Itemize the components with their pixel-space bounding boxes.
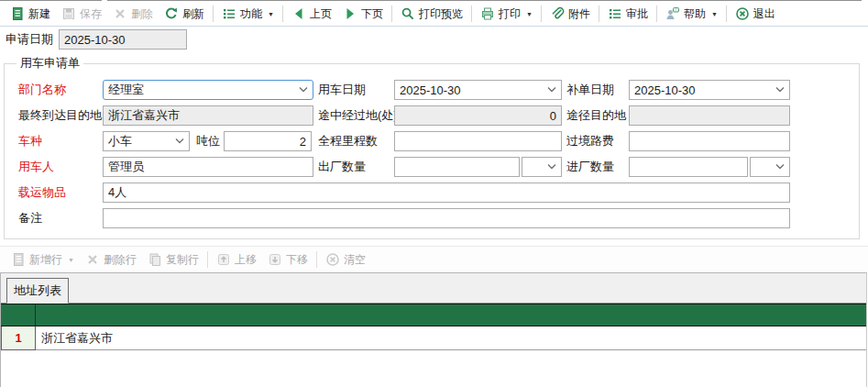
tonnage-input[interactable]	[224, 131, 312, 151]
table-row[interactable]: 1 浙江省嘉兴市	[1, 326, 866, 350]
address-cell[interactable]: 浙江省嘉兴市	[36, 326, 866, 350]
button-label: 上移	[235, 252, 257, 268]
combo-value: 经理室	[108, 82, 144, 98]
dropdown-caret-icon: ▼	[526, 11, 533, 17]
cargo-label: 载运物品	[15, 184, 103, 201]
vehicle-user-input[interactable]	[103, 157, 313, 177]
exit-circle-x-icon	[735, 6, 750, 21]
places-passed-label: 途中经过地(处)	[313, 107, 394, 124]
button-label: 刷新	[182, 6, 204, 22]
combo-value: 2025-10-30	[400, 83, 461, 97]
via-destination-input[interactable]	[629, 105, 790, 126]
next-page-button[interactable]: 下页	[337, 4, 389, 25]
refresh-icon	[164, 6, 179, 21]
button-label: 退出	[753, 6, 775, 22]
cargo-input[interactable]	[103, 182, 790, 203]
in-quantity-label: 进厂数量	[562, 159, 629, 175]
button-label: 复制行	[166, 252, 199, 268]
form-row: 用车人 出厂数量 进厂数量	[15, 157, 859, 177]
refresh-button[interactable]: 刷新	[159, 4, 210, 25]
paperclip-icon	[550, 6, 565, 21]
in-quantity-input[interactable]	[629, 157, 748, 177]
grid-header-row	[1, 304, 866, 326]
move-down-button[interactable]: 下移	[262, 249, 313, 271]
button-label: 新增行	[29, 252, 62, 268]
delete-x-icon	[85, 252, 100, 267]
total-mileage-input[interactable]	[394, 131, 562, 151]
toolbar-separator	[599, 6, 599, 22]
grid-header-rownum	[1, 304, 36, 326]
button-label: 下移	[286, 252, 308, 268]
vehicle-type-combobox[interactable]: 小车	[103, 131, 190, 151]
copy-icon	[148, 252, 162, 267]
approval-button[interactable]: 审批	[602, 4, 654, 25]
toolbar-separator	[656, 6, 657, 22]
chevron-down-icon	[546, 86, 557, 94]
prev-page-button[interactable]: 上页	[286, 4, 337, 25]
button-label: 帮助	[684, 6, 706, 22]
places-passed-input[interactable]	[394, 105, 562, 126]
chevron-down-icon	[298, 86, 309, 94]
out-quantity-combobox[interactable]	[522, 157, 562, 177]
use-date-combobox[interactable]: 2025-10-30	[394, 80, 562, 100]
combo-value: 2025-10-30	[634, 83, 696, 97]
transit-toll-input[interactable]	[629, 131, 790, 151]
toolbar-separator	[391, 6, 392, 22]
print-button[interactable]: 打印 ▼	[475, 4, 538, 25]
print-preview-button[interactable]: 打印预览	[395, 4, 468, 25]
move-up-button[interactable]: 上移	[211, 249, 262, 271]
arrow-left-icon	[291, 6, 306, 21]
form-row: 最终到达目的地 途中经过地(处) 途径目的地	[15, 105, 859, 126]
arrow-down-icon	[268, 252, 282, 267]
attachment-button[interactable]: 附件	[544, 4, 596, 25]
chevron-down-icon	[546, 163, 557, 171]
delete-row-button[interactable]: 删除行	[80, 249, 142, 271]
out-quantity-label: 出厂数量	[313, 159, 394, 175]
button-label: 功能	[240, 6, 262, 22]
add-row-doc-icon	[11, 252, 26, 267]
arrow-right-icon	[343, 6, 357, 21]
tab-address-list[interactable]: 地址列表	[6, 278, 69, 304]
save-button[interactable]: 保存	[56, 4, 107, 25]
department-label: 部门名称	[15, 82, 103, 98]
button-label: 打印	[499, 6, 521, 22]
printer-icon	[480, 6, 495, 21]
remark-input[interactable]	[103, 208, 790, 228]
new-button[interactable]: 新建	[5, 4, 56, 25]
apply-date-input[interactable]	[59, 29, 187, 50]
supplement-date-combobox[interactable]: 2025-10-30	[629, 80, 790, 100]
form-row: 备注	[15, 208, 859, 228]
add-row-button[interactable]: 新增行 ▼	[5, 249, 80, 271]
via-destination-label: 途径目的地	[562, 107, 629, 124]
form-legend: 用车申请单	[16, 55, 83, 72]
address-grid-panel: 地址列表 1 浙江省嘉兴市	[0, 272, 867, 387]
button-label: 新建	[28, 6, 50, 22]
arrow-up-icon	[216, 252, 231, 267]
toolbar-separator	[316, 251, 317, 268]
delete-button[interactable]: 删除	[107, 4, 159, 25]
use-date-label: 用车日期	[313, 82, 394, 98]
button-label: 清空	[344, 252, 366, 268]
out-quantity-input[interactable]	[394, 157, 520, 177]
toolbar-separator	[471, 6, 472, 22]
functions-button[interactable]: 功能 ▼	[216, 4, 280, 25]
button-label: 上页	[310, 6, 332, 22]
total-mileage-label: 全程里程数	[313, 133, 394, 149]
approval-list-icon	[608, 6, 622, 21]
chevron-down-icon	[775, 86, 786, 94]
menu-list-icon	[222, 6, 236, 21]
department-combobox[interactable]: 经理室	[103, 80, 313, 100]
row-number-cell: 1	[1, 326, 36, 350]
help-button[interactable]: 帮助 ▼	[660, 4, 723, 25]
clear-button[interactable]: 清空	[320, 249, 371, 271]
apply-date-label: 申请日期	[5, 31, 53, 48]
grid-header-address	[36, 304, 866, 326]
copy-row-button[interactable]: 复制行	[142, 249, 204, 271]
in-quantity-combobox[interactable]	[750, 157, 790, 177]
help-person-icon	[665, 6, 680, 21]
dropdown-caret-icon: ▼	[711, 11, 718, 17]
final-destination-input[interactable]	[103, 105, 313, 126]
final-destination-label: 最终到达目的地	[15, 107, 103, 124]
exit-button[interactable]: 退出	[730, 4, 781, 25]
chevron-down-icon	[775, 163, 786, 171]
